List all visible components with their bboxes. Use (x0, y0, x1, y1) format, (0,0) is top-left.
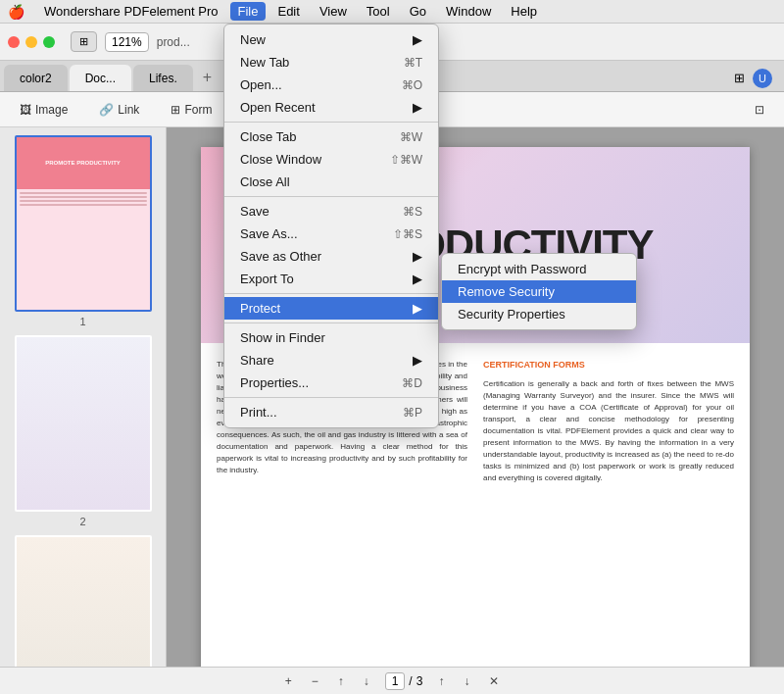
user-avatar-icon[interactable]: U (753, 69, 772, 88)
menu-open-recent-arrow: ▶ (413, 100, 422, 115)
statusbar-add-button[interactable]: + (281, 672, 296, 690)
submenu-remove-security[interactable]: Remove Security (442, 280, 636, 303)
thumb-line (20, 192, 147, 194)
menu-new-arrow: ▶ (413, 32, 422, 47)
menu-item-save-as[interactable]: Save As... ⇧⌘S (224, 223, 438, 245)
menu-item-share[interactable]: Share ▶ (224, 349, 438, 372)
menu-export-to-arrow: ▶ (413, 272, 422, 286)
menubar-window[interactable]: Window (438, 2, 499, 21)
image-tool-label: Image (35, 103, 68, 117)
statusbar-upload-button[interactable]: ↑ (334, 672, 348, 690)
menu-item-show-finder[interactable]: Show in Finder (224, 326, 438, 349)
maximize-window-button[interactable] (43, 36, 55, 48)
menu-item-export-to[interactable]: Export To ▶ (224, 268, 438, 290)
zoom-level: 121% (105, 32, 149, 52)
menu-item-close-window[interactable]: Close Window ⇧⌘W (224, 148, 438, 171)
menu-save-as-shortcut: ⇧⌘S (393, 227, 422, 241)
close-window-button[interactable] (8, 36, 20, 48)
page-thumb-1[interactable]: PROMOTE PRODUCTIVITY 1 (8, 135, 158, 327)
form-tool-button[interactable]: ⊞ Form (163, 99, 220, 121)
image-tool-button[interactable]: 🖼 Image (12, 99, 75, 121)
page-thumbnail-1[interactable]: PROMOTE PRODUCTIVITY (15, 135, 152, 312)
statusbar-close-button[interactable]: ✕ (485, 672, 503, 690)
statusbar-minus-button[interactable]: − (308, 672, 322, 690)
menu-open-label: Open... (240, 77, 282, 92)
thumb-line (20, 204, 147, 206)
thumb-inner-2 (17, 337, 150, 510)
sidebar-panel-toggle[interactable]: ⊡ (747, 99, 772, 121)
statusbar-download-button[interactable]: ↓ (360, 672, 373, 690)
menubar-app-name[interactable]: Wondershare PDFelement Pro (36, 2, 226, 21)
image-icon: 🖼 (20, 103, 31, 117)
menubar-edit[interactable]: Edit (270, 2, 307, 21)
menu-properties-label: Properties... (240, 375, 309, 390)
menu-save-label: Save (240, 204, 270, 219)
page-info: 1 / 3 (385, 672, 423, 690)
menu-item-new[interactable]: New ▶ (224, 28, 438, 51)
menu-item-properties[interactable]: Properties... ⌘D (224, 372, 438, 394)
page-thumbnail-2[interactable] (15, 335, 152, 512)
tab-lifes-label: Lifes. (149, 72, 177, 85)
menu-separator-5 (224, 397, 438, 398)
menubar-go[interactable]: Go (402, 2, 434, 21)
thumb-body-1 (17, 189, 150, 310)
doc-column-2: CERTIFICATION FORMS Certification is gen… (483, 359, 734, 484)
menu-print-label: Print... (240, 405, 277, 420)
submenu-security-props-label: Security Properties (458, 307, 565, 322)
page-thumb-3[interactable]: 3 (8, 535, 158, 667)
menubar-view[interactable]: View (312, 2, 355, 21)
menu-export-to-label: Export To (240, 272, 294, 286)
minimize-window-button[interactable] (25, 36, 37, 48)
menu-print-shortcut: ⌘P (403, 406, 422, 420)
tab-lifes[interactable]: Lifes. (133, 65, 193, 91)
menu-close-all-label: Close All (240, 174, 290, 189)
menu-item-save-other[interactable]: Save as Other ▶ (224, 245, 438, 268)
menu-item-open[interactable]: Open... ⌘O (224, 74, 438, 96)
menu-separator-4 (224, 322, 438, 323)
thumb-inner-3 (17, 537, 150, 667)
menu-open-recent-label: Open Recent (240, 100, 316, 115)
thumb-inner-1: PROMOTE PRODUCTIVITY (17, 137, 150, 310)
current-page-input[interactable]: 1 (385, 672, 406, 690)
menu-item-print[interactable]: Print... ⌘P (224, 401, 438, 423)
page-thumbnail-3[interactable] (15, 535, 152, 667)
tab-color2-label: color2 (20, 72, 52, 85)
tab-doc[interactable]: Doc... (70, 65, 131, 91)
menu-close-tab-label: Close Tab (240, 129, 297, 144)
page-number-2: 2 (79, 516, 85, 527)
menubar: 🍎 Wondershare PDFelement Pro File Edit V… (0, 0, 784, 24)
menu-item-close-all[interactable]: Close All (224, 171, 438, 193)
grid-view-icon[interactable]: ⊞ (734, 71, 745, 85)
tab-bar-icons: ⊞ U (734, 65, 780, 91)
menu-item-open-recent[interactable]: Open Recent ▶ (224, 96, 438, 119)
submenu-security-properties[interactable]: Security Properties (442, 303, 636, 325)
menubar-tool[interactable]: Tool (359, 2, 398, 21)
thumb-line (20, 200, 147, 202)
apple-menu-icon[interactable]: 🍎 (8, 4, 24, 20)
link-icon: 🔗 (99, 103, 114, 117)
menu-save-shortcut: ⌘S (403, 205, 422, 219)
menubar-help[interactable]: Help (503, 2, 545, 21)
menu-item-protect[interactable]: Protect ▶ (224, 297, 438, 320)
menu-item-close-tab[interactable]: Close Tab ⌘W (224, 125, 438, 148)
link-tool-button[interactable]: 🔗 Link (91, 99, 147, 121)
page-up-button[interactable]: ↑ (434, 672, 448, 690)
submenu-remove-label: Remove Security (458, 284, 555, 299)
add-tab-button[interactable]: + (195, 65, 220, 91)
file-menu: New ▶ New Tab ⌘T Open... ⌘O Open Recent … (223, 24, 439, 428)
menu-item-save[interactable]: Save ⌘S (224, 200, 438, 223)
menu-item-new-tab[interactable]: New Tab ⌘T (224, 51, 438, 74)
page-down-button[interactable]: ↓ (460, 672, 473, 690)
menu-open-shortcut: ⌘O (402, 78, 422, 92)
sidebar-toggle-button[interactable]: ⊞ (71, 31, 97, 52)
menu-save-as-label: Save As... (240, 226, 298, 241)
menubar-file[interactable]: File (230, 2, 267, 21)
submenu-encrypt-password[interactable]: Encrypt with Password (442, 258, 636, 280)
total-pages: 3 (416, 674, 423, 688)
link-tool-label: Link (118, 103, 139, 117)
tab-color2[interactable]: color2 (4, 65, 68, 91)
menu-protect-label: Protect (240, 301, 280, 316)
menu-show-finder-label: Show in Finder (240, 330, 325, 345)
page-thumb-2[interactable]: 2 (8, 335, 158, 527)
menu-new-tab-shortcut: ⌘T (404, 56, 422, 70)
